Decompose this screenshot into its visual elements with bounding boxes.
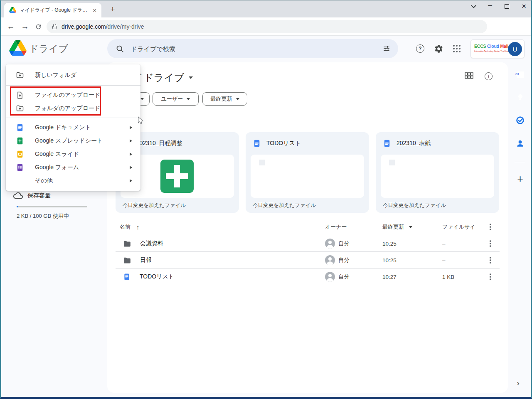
forms-icon xyxy=(16,163,24,172)
keep-button[interactable] xyxy=(515,92,525,102)
new-tab-button[interactable]: + xyxy=(107,4,118,15)
card-reason: 今日変更を加えたファイル xyxy=(383,202,446,209)
submenu-arrow-icon xyxy=(130,179,132,182)
menu-item-google-slides[interactable]: Google スライド xyxy=(6,148,140,161)
table-row[interactable]: 日報 自分 10:25 – xyxy=(116,252,500,268)
card-reason: 今日変更を加えたファイル xyxy=(253,202,316,209)
chip-caret-icon xyxy=(236,98,239,100)
sheets-placeholder-icon xyxy=(160,160,194,193)
card-thumbnail xyxy=(251,155,364,198)
suggestion-card[interactable]: 202310_表紙 今日変更を加えたファイル xyxy=(376,132,499,213)
search-input[interactable] xyxy=(131,45,382,52)
table-row[interactable]: 会議資料 自分 10:25 – xyxy=(116,235,500,252)
drive-app: ドライブ ? ECCS Cloud Mail Inf xyxy=(0,36,532,397)
filter-chip-user[interactable]: ユーザー xyxy=(153,92,199,106)
column-options-kebab-icon[interactable] xyxy=(490,219,491,235)
owner-avatar-icon xyxy=(325,272,335,282)
collapse-panel-chevron[interactable]: › xyxy=(517,378,520,388)
window-maximize-button[interactable] xyxy=(505,4,509,9)
search-options-icon[interactable] xyxy=(382,44,391,53)
owner-avatar-icon xyxy=(325,255,335,265)
slides-icon xyxy=(16,150,24,158)
menu-item-google-forms[interactable]: Google フォーム xyxy=(6,161,140,174)
url-path: /drive/my-drive xyxy=(106,23,144,30)
docs-file-icon xyxy=(253,139,261,148)
sheets-icon xyxy=(16,137,24,145)
settings-button[interactable] xyxy=(433,43,444,54)
cloud-icon xyxy=(13,191,23,200)
menu-item-google-docs[interactable]: Google ドキュメント xyxy=(6,121,140,134)
help-button[interactable]: ? xyxy=(415,43,426,54)
header-size[interactable]: ファイルサイ xyxy=(442,219,475,235)
search-bar[interactable] xyxy=(107,39,398,58)
main-content: マイドライブ i ユーザー 最終更新 xyxy=(107,62,508,393)
eccs-part2: Cloud xyxy=(487,44,499,49)
header-modified-label: 最終更新 xyxy=(382,223,404,231)
contacts-button[interactable] xyxy=(515,139,525,148)
table-header-row: 名前 ↑ オーナー 最終更新 ファイルサイ xyxy=(116,219,500,235)
menu-divider xyxy=(6,118,140,118)
menu-item-google-sheets[interactable]: Google スプレッドシート xyxy=(6,134,140,148)
tasks-icon xyxy=(515,116,525,125)
account-badge[interactable]: ECCS Cloud Mail Information Technology C… xyxy=(470,39,525,58)
tab-close-icon[interactable]: × xyxy=(91,7,98,14)
file-name: 会議資料 xyxy=(140,240,163,247)
menu-divider xyxy=(6,85,140,86)
sort-asc-icon[interactable]: ↑ xyxy=(136,224,140,231)
search-icon xyxy=(116,44,124,53)
modified-time: 10:25 xyxy=(382,257,397,264)
menu-item-more[interactable]: その他 xyxy=(6,174,140,187)
forward-button[interactable]: → xyxy=(18,17,32,36)
menu-item-label: Google スプレッドシート xyxy=(35,137,119,145)
filter-chip-modified[interactable]: 最終更新 xyxy=(202,92,247,106)
storage-usage-text: 2 KB / 100 GB 使用中 xyxy=(17,212,69,220)
menu-item-label: その他 xyxy=(35,177,119,185)
header-name[interactable]: 名前 ↑ xyxy=(120,219,140,235)
calendar-button[interactable]: 31 xyxy=(515,69,525,79)
chip-caret-icon xyxy=(140,98,144,100)
submenu-arrow-icon xyxy=(130,139,132,143)
reload-button[interactable] xyxy=(32,17,45,36)
chip-user-label: ユーザー xyxy=(161,95,183,103)
eccs-brand-text: ECCS Cloud Mail xyxy=(474,44,508,49)
url-text[interactable]: drive.google.com/drive/my-drive xyxy=(62,23,144,30)
menu-item-new-folder[interactable]: 新しいフォルダ xyxy=(6,68,140,83)
tab-search-chevron-icon[interactable] xyxy=(471,3,476,8)
google-apps-button[interactable] xyxy=(451,43,462,54)
submenu-arrow-icon xyxy=(130,126,132,129)
grid-view-toggle[interactable] xyxy=(465,72,473,81)
window-minimize-button[interactable]: – xyxy=(488,3,492,7)
thumb-content xyxy=(259,160,265,165)
highlight-annotation-box xyxy=(10,86,101,116)
drive-logo-text: ドライブ xyxy=(29,42,68,55)
gear-icon xyxy=(434,44,443,54)
window-controls: – × xyxy=(472,2,526,10)
card-title: 202310_表紙 xyxy=(397,140,431,147)
thumb-content xyxy=(389,160,395,165)
row-actions-kebab-icon[interactable] xyxy=(490,252,491,268)
suggestion-card[interactable]: TODOリスト 今日変更を加えたファイル xyxy=(246,132,369,213)
window-close-button[interactable]: × xyxy=(522,2,526,10)
info-button[interactable]: i xyxy=(485,72,493,80)
modified-time: 10:27 xyxy=(382,274,397,280)
owner-avatar-icon xyxy=(325,239,335,249)
header-owner[interactable]: オーナー xyxy=(325,219,347,235)
row-actions-kebab-icon[interactable] xyxy=(490,268,491,285)
browser-window: マイドライブ - Google ドライブ × + – × ← → drive.g… xyxy=(0,0,532,399)
table-row[interactable]: TODOリスト 自分 10:27 1 KB xyxy=(116,268,500,285)
submenu-arrow-icon xyxy=(130,153,132,156)
account-avatar[interactable]: U xyxy=(508,42,522,56)
storage-label[interactable]: 保存容量 xyxy=(27,192,51,200)
tasks-button[interactable] xyxy=(515,116,525,125)
mouse-cursor xyxy=(138,116,144,124)
browser-tab[interactable]: マイドライブ - Google ドライブ × xyxy=(4,3,101,17)
grid-view-icon xyxy=(465,72,473,79)
suggestion-cards: 202310_日程調整 今日変更を加えたファイル TODOリスト 今日変更を加え… xyxy=(116,132,499,213)
rail-divider xyxy=(515,162,525,162)
get-addons-button[interactable]: + xyxy=(515,173,525,185)
row-actions-kebab-icon[interactable] xyxy=(490,235,491,252)
address-bar[interactable]: drive.google.com/drive/my-drive xyxy=(47,20,487,33)
back-button[interactable]: ← xyxy=(4,17,17,36)
header-modified[interactable]: 最終更新 xyxy=(382,219,412,235)
lock-icon[interactable] xyxy=(52,26,57,29)
